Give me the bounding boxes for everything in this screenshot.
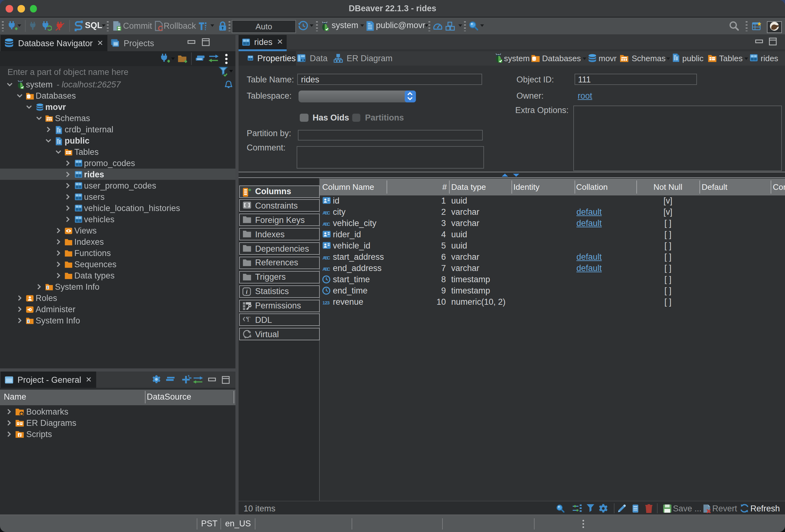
svg-text:ABC: ABC <box>323 221 330 227</box>
svg-text:ABC: ABC <box>323 266 330 272</box>
svg-text:ABC: ABC <box>323 210 330 216</box>
svg-text:123: 123 <box>323 300 330 305</box>
svg-text:ABC: ABC <box>323 255 330 260</box>
svg-text:T: T <box>246 315 250 323</box>
svg-text:i: i <box>246 288 247 295</box>
